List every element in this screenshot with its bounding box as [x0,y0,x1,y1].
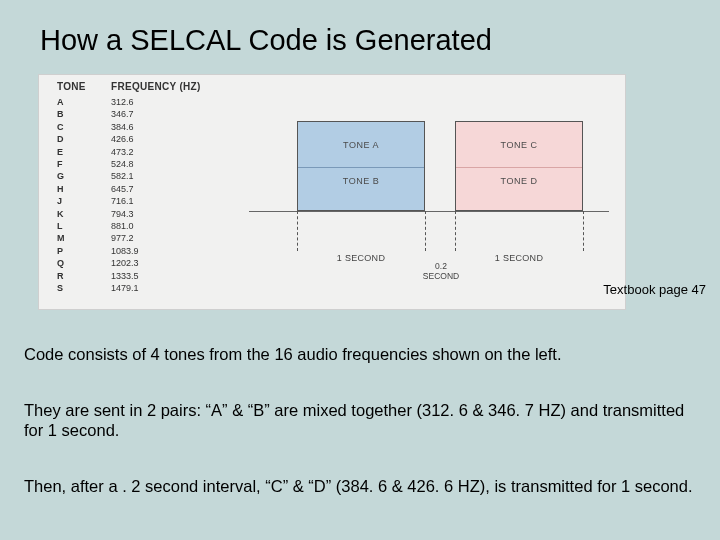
table-row: B346.7 [57,108,237,120]
table-row: H645.7 [57,183,237,195]
tone-cell: G [57,170,111,182]
freq-cell: 645.7 [111,183,134,195]
tone-cell: P [57,245,111,257]
gap-unit: SECOND [423,271,459,281]
tone-cell: Q [57,257,111,269]
tone-d-label: TONE D [456,176,582,186]
tone-pair-2-box: TONE C TONE D [455,121,583,211]
table-row: Q1202.3 [57,257,237,269]
duration-2-label: 1 SECOND [455,253,583,263]
tone-frequency-table: TONE FREQUENCY (HZ) A312.6B346.7C384.6D4… [57,81,237,295]
freq-cell: 426.6 [111,133,134,145]
paragraph-1: Code consists of 4 tones from the 16 aud… [24,344,696,364]
freq-cell: 312.6 [111,96,134,108]
tone-cell: M [57,232,111,244]
table-row: G582.1 [57,170,237,182]
freq-cell: 1202.3 [111,257,139,269]
slide-title: How a SELCAL Code is Generated [0,0,720,57]
freq-cell: 977.2 [111,232,134,244]
page-reference: Textbook page 47 [603,282,706,297]
marker-end-2 [583,211,584,251]
paragraph-2: They are sent in 2 pairs: “A” & “B” are … [24,400,696,440]
freq-cell: 1479.1 [111,282,139,294]
table-row: A312.6 [57,96,237,108]
pair-1-divider [298,167,424,168]
baseline [249,211,609,212]
freq-cell: 524.8 [111,158,134,170]
table-row: E473.2 [57,146,237,158]
gap-label: 0.2 SECOND [421,261,461,281]
tone-cell: R [57,270,111,282]
gap-value: 0.2 [435,261,447,271]
tone-cell: B [57,108,111,120]
table-row: R1333.5 [57,270,237,282]
freq-cell: 384.6 [111,121,134,133]
table-row: D426.6 [57,133,237,145]
paragraph-3: Then, after a . 2 second interval, “C” &… [24,476,696,496]
tone-cell: C [57,121,111,133]
tone-cell: K [57,208,111,220]
table-header-freq: FREQUENCY (HZ) [111,81,201,92]
table-row: J716.1 [57,195,237,207]
freq-cell: 716.1 [111,195,134,207]
tone-pair-1-box: TONE A TONE B [297,121,425,211]
tone-cell: E [57,146,111,158]
freq-cell: 881.0 [111,220,134,232]
tone-cell: A [57,96,111,108]
tone-c-label: TONE C [456,140,582,150]
table-body: A312.6B346.7C384.6D426.6E473.2F524.8G582… [57,96,237,295]
marker-end-1 [425,211,426,251]
table-header: TONE FREQUENCY (HZ) [57,81,237,92]
tone-b-label: TONE B [298,176,424,186]
tone-cell: S [57,282,111,294]
timing-diagram: TONE A TONE B TONE C TONE D 1 SECOND 1 S… [249,93,609,293]
table-row: S1479.1 [57,282,237,294]
tone-cell: H [57,183,111,195]
table-row: F524.8 [57,158,237,170]
tone-cell: J [57,195,111,207]
table-header-tone: TONE [57,81,111,92]
tone-cell: F [57,158,111,170]
marker-start-1 [297,211,298,251]
figure-panel: TONE FREQUENCY (HZ) A312.6B346.7C384.6D4… [38,74,626,310]
table-row: L881.0 [57,220,237,232]
tone-cell: D [57,133,111,145]
table-row: K794.3 [57,208,237,220]
tone-cell: L [57,220,111,232]
table-row: C384.6 [57,121,237,133]
pair-2-divider [456,167,582,168]
freq-cell: 794.3 [111,208,134,220]
freq-cell: 346.7 [111,108,134,120]
tone-a-label: TONE A [298,140,424,150]
freq-cell: 1333.5 [111,270,139,282]
duration-1-label: 1 SECOND [297,253,425,263]
freq-cell: 1083.9 [111,245,139,257]
marker-start-2 [455,211,456,251]
table-row: M977.2 [57,232,237,244]
freq-cell: 473.2 [111,146,134,158]
table-row: P1083.9 [57,245,237,257]
freq-cell: 582.1 [111,170,134,182]
